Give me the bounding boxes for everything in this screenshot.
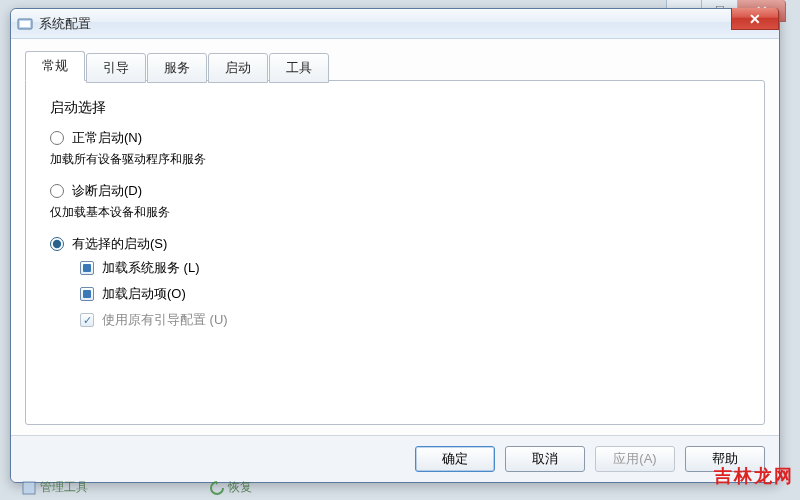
svg-rect-1 <box>20 21 30 27</box>
titlebar[interactable]: 系统配置 ✕ <box>11 9 779 39</box>
radio-normal-startup[interactable] <box>50 131 64 145</box>
svg-rect-2 <box>23 482 35 494</box>
selective-subchecks: 加载系统服务 (L) 加载启动项(O) 使用原有引导配置 (U) <box>80 259 740 329</box>
ok-button[interactable]: 确定 <box>415 446 495 472</box>
radio-selective-startup[interactable] <box>50 237 64 251</box>
tab-startup[interactable]: 启动 <box>208 53 268 83</box>
window-controls: ✕ <box>731 8 779 30</box>
cancel-button[interactable]: 取消 <box>505 446 585 472</box>
radio-diagnostic-label: 诊断启动(D) <box>72 182 142 200</box>
checkbox-use-original-boot <box>80 313 94 327</box>
background-item-restore: 恢复 <box>210 479 252 496</box>
button-bar: 确定 取消 应用(A) 帮助 <box>11 435 779 482</box>
window-title: 系统配置 <box>39 15 91 33</box>
tab-boot[interactable]: 引导 <box>86 53 146 83</box>
option-diagnostic: 诊断启动(D) 仅加载基本设备和服务 <box>50 182 740 221</box>
checkbox-load-system-services[interactable] <box>80 261 94 275</box>
close-button[interactable]: ✕ <box>731 8 779 30</box>
background-item-management: 管理工具 <box>22 479 88 496</box>
radio-diagnostic-startup[interactable] <box>50 184 64 198</box>
tab-tools[interactable]: 工具 <box>269 53 329 83</box>
apply-button: 应用(A) <box>595 446 675 472</box>
option-normal: 正常启动(N) 加载所有设备驱动程序和服务 <box>50 129 740 168</box>
bg-mgmt-label: 管理工具 <box>40 479 88 496</box>
diagnostic-desc: 仅加载基本设备和服务 <box>50 204 740 221</box>
radio-normal-label: 正常启动(N) <box>72 129 142 147</box>
msconfig-icon <box>17 16 33 32</box>
tab-general[interactable]: 常规 <box>25 51 85 81</box>
tabstrip: 常规 引导 服务 启动 工具 <box>25 51 765 81</box>
check-startup-label: 加载启动项(O) <box>102 285 186 303</box>
tabpage-general: 启动选择 正常启动(N) 加载所有设备驱动程序和服务 诊断启动(D) 仅加载基本… <box>25 80 765 425</box>
startup-selection-label: 启动选择 <box>50 99 740 117</box>
dialog-content: 常规 引导 服务 启动 工具 启动选择 正常启动(N) 加载所有设备驱动程序和服… <box>11 39 779 435</box>
normal-desc: 加载所有设备驱动程序和服务 <box>50 151 740 168</box>
checkbox-load-startup-items[interactable] <box>80 287 94 301</box>
help-button[interactable]: 帮助 <box>685 446 765 472</box>
bg-restore-label: 恢复 <box>228 479 252 496</box>
option-selective: 有选择的启动(S) 加载系统服务 (L) 加载启动项(O) 使用原有引导配置 (… <box>50 235 740 329</box>
check-boot-label: 使用原有引导配置 (U) <box>102 311 228 329</box>
msconfig-window: 系统配置 ✕ 常规 引导 服务 启动 工具 启动选择 正常启动(N) 加载所有设… <box>10 8 780 483</box>
radio-selective-label: 有选择的启动(S) <box>72 235 167 253</box>
check-sys-label: 加载系统服务 (L) <box>102 259 200 277</box>
tab-services[interactable]: 服务 <box>147 53 207 83</box>
